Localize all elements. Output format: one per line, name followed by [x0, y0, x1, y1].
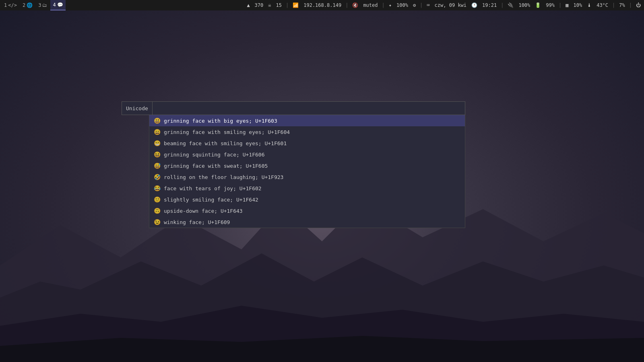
emoji-label-7: slightly smiling face; U+1F642 — [164, 197, 258, 203]
settings-icon: ⚙ — [411, 0, 417, 10]
keyboard-icon: ⌨ — [425, 0, 431, 10]
statusbar: 1 </> 2 🌐 3 🗂 4 💬 ▲ 370 ☠ 15 | 📶 192.168… — [0, 0, 644, 10]
workspaces: 1 </> 2 🌐 3 🗂 4 💬 — [2, 0, 66, 10]
time-label: 19:21 — [481, 0, 498, 10]
sep4: | — [420, 2, 423, 8]
cpu-value: 7% — [617, 0, 626, 10]
sep5: | — [501, 2, 504, 8]
temp-value: 43°C — [595, 0, 610, 10]
dialog-label: Unicode — [122, 102, 153, 115]
sep3: | — [382, 2, 385, 8]
updates-icon: ▲ — [245, 0, 251, 10]
battery2-value: 99% — [544, 0, 556, 10]
emoji-icon-7: 🙂 — [153, 196, 161, 203]
dropdown-item-4[interactable]: 😅grinning face with sweat; U+1F605 — [149, 160, 465, 171]
workspace-1[interactable]: 1 </> — [2, 0, 19, 10]
workspace-2-icon: 🌐 — [27, 2, 33, 8]
battery1-value: 100% — [517, 0, 532, 10]
emoji-icon-6: 😂 — [153, 185, 161, 191]
dropdown-item-7[interactable]: 🙂slightly smiling face; U+1F642 — [149, 194, 465, 205]
workspace-3[interactable]: 3 🗂 — [36, 0, 50, 10]
dropdown-item-2[interactable]: 😁beaming face with smiling eyes; U+1F601 — [149, 138, 465, 149]
dropdown-item-5[interactable]: 🤣rolling on the floor laughing; U+1F923 — [149, 171, 465, 183]
workspace-1-id: 1 — [4, 2, 7, 8]
emoji-label-3: grinning squinting face; U+1F606 — [164, 152, 264, 158]
skull-icon: ☠ — [266, 0, 272, 10]
ip-address: 192.168.8.149 — [302, 0, 343, 10]
emoji-icon-3: 😆 — [153, 151, 161, 158]
sep2: | — [345, 2, 348, 8]
dropdown-item-8[interactable]: 🙃upside-down face; U+1F643 — [149, 205, 465, 216]
emoji-icon-0: 😃 — [153, 117, 161, 124]
dropdown-item-0[interactable]: 😃grinning face with big eyes; U+1F603 — [149, 115, 465, 126]
clock-icon: 🕐 — [470, 0, 479, 10]
statusbar-right: ▲ 370 ☠ 15 | 📶 192.168.8.149 | 🔇 muted |… — [245, 0, 642, 10]
notifications-count: 15 — [275, 0, 283, 10]
battery2-icon: 🔋 — [533, 0, 543, 10]
workspace-3-icon: 🗂 — [42, 2, 47, 8]
workspace-1-icon: </> — [8, 2, 17, 8]
unicode-search-input[interactable] — [153, 102, 465, 115]
display-icon: ▦ — [564, 0, 570, 10]
volume-icon: 🔇 — [351, 0, 360, 10]
sep8: | — [629, 2, 632, 8]
dropdown-item-9[interactable]: 😉winking face; U+1F609 — [149, 216, 465, 228]
emoji-icon-2: 😁 — [153, 140, 161, 146]
sep7: | — [612, 2, 615, 8]
workspace-2-id: 2 — [23, 2, 25, 8]
wifi-icon: 📶 — [291, 0, 300, 10]
emoji-icon-4: 😅 — [153, 162, 161, 169]
brightness-value: 100% — [395, 0, 410, 10]
emoji-label-5: rolling on the floor laughing; U+1F923 — [164, 174, 283, 180]
emoji-label-9: winking face; U+1F609 — [164, 219, 230, 225]
workspace-4[interactable]: 4 💬 — [50, 0, 65, 10]
emoji-label-4: grinning face with sweat; U+1F605 — [164, 163, 268, 169]
input-row: Unicode — [122, 101, 465, 115]
emoji-icon-9: 😉 — [153, 219, 161, 225]
dropdown-item-3[interactable]: 😆grinning squinting face; U+1F606 — [149, 149, 465, 160]
emoji-label-8: upside-down face; U+1F643 — [164, 208, 243, 214]
workspace-4-id: 4 — [53, 2, 56, 8]
dropdown-item-6[interactable]: 😂face with tears of joy; U+1F602 — [149, 183, 465, 194]
brightness-icon: ✦ — [387, 0, 393, 10]
date-label: czw, 09 kwi — [433, 0, 468, 10]
dropdown-item-1[interactable]: 😄grinning face with smiling eyes; U+1F60… — [149, 126, 465, 138]
workspace-3-id: 3 — [38, 2, 41, 8]
workspace-2[interactable]: 2 🌐 — [20, 0, 35, 10]
emoji-dropdown: 😃grinning face with big eyes; U+1F603😄gr… — [149, 115, 465, 228]
unicode-dialog: Unicode 😃grinning face with big eyes; U+… — [122, 101, 465, 228]
emoji-icon-5: 🤣 — [153, 174, 161, 180]
updates-count: 370 — [253, 0, 265, 10]
display-value: 10% — [572, 0, 584, 10]
sep1: | — [286, 2, 289, 8]
emoji-label-1: grinning face with smiling eyes; U+1F604 — [164, 129, 290, 135]
emoji-label-0: grinning face with big eyes; U+1F603 — [164, 118, 277, 124]
emoji-label-2: beaming face with smiling eyes; U+1F601 — [164, 140, 287, 146]
emoji-label-6: face with tears of joy; U+1F602 — [164, 185, 262, 191]
battery1-icon: 🔌 — [506, 0, 515, 10]
emoji-icon-8: 🙃 — [153, 208, 161, 214]
emoji-icon-1: 😄 — [153, 129, 161, 135]
sep6: | — [559, 2, 561, 8]
workspace-4-icon: 💬 — [57, 2, 63, 8]
volume-label: muted — [361, 0, 379, 10]
power-icon: ⏻ — [634, 0, 642, 10]
temp-icon: 🌡 — [585, 0, 593, 10]
